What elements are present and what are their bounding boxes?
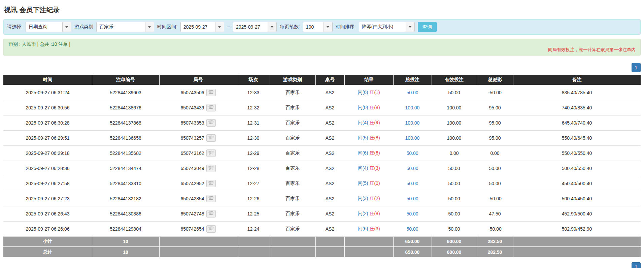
view-cards-button[interactable] <box>206 165 216 172</box>
search-button[interactable]: 查询 <box>418 22 437 32</box>
payout-cell: 50.00 <box>477 176 513 191</box>
page-1-button[interactable]: 1 <box>632 262 641 268</box>
page-size-label: 每页笔数: <box>280 24 300 30</box>
round-number: 650742854 <box>180 196 204 201</box>
column-header-session: 场次 <box>237 75 270 85</box>
payout-cell: -50.00 <box>477 85 513 100</box>
table-row: 2025-09-27 06:30:56522844138676650743439… <box>3 100 641 115</box>
session-cell: 12-29 <box>237 145 270 161</box>
remark-cell: 452.90/500.40 <box>513 206 641 221</box>
game-type-dropdown-button[interactable] <box>145 22 154 32</box>
total-bet-link[interactable]: 100.00 <box>405 135 420 141</box>
page-size-input[interactable] <box>303 22 324 32</box>
session-cell: 12-26 <box>237 191 270 206</box>
currency-total-text: 币别 : 人民币 | 总共 :10 注单 | <box>8 41 70 47</box>
subtotal-total-bet: 650.00 <box>393 236 432 247</box>
subtotal-empty-cell <box>270 236 315 247</box>
table-no-cell: AS2 <box>315 191 344 206</box>
grand-total-empty-cell <box>270 247 315 257</box>
remark-cell: 500.40/550.40 <box>513 161 641 176</box>
total-bet-link[interactable]: 50.00 <box>406 150 418 156</box>
grand-total-row: 总计 10 650.00 600.00 282.50 <box>3 247 641 257</box>
column-header-total-bet: 总投注 <box>393 75 432 85</box>
cards-icon <box>208 105 214 110</box>
result-cell: 闲(3) 庄(2) <box>344 191 393 206</box>
date-from-input[interactable] <box>181 22 215 32</box>
total-bet-link[interactable]: 50.00 <box>406 196 418 201</box>
table-row: 2025-09-27 06:26:06522844129804650742654… <box>3 221 641 236</box>
player-result: 闲(3) <box>358 196 368 201</box>
total-bet-link[interactable]: 50.00 <box>406 166 418 171</box>
banker-result: 庄(1) <box>369 90 380 95</box>
round-cell: 650742952 <box>159 176 237 191</box>
view-cards-button[interactable] <box>206 89 216 96</box>
date-to-input[interactable] <box>233 22 268 32</box>
select-type-dropdown-button[interactable] <box>62 22 71 32</box>
round-cell: 650742748 <box>159 206 237 221</box>
column-header-valid-bet: 有效投注 <box>432 75 477 85</box>
total-bet-cell: 50.00 <box>393 206 432 221</box>
view-cards-button[interactable] <box>206 180 216 187</box>
remark-cell: 500.40/450.40 <box>513 191 641 206</box>
view-cards-button[interactable] <box>206 210 216 217</box>
date-from-dropdown-button[interactable] <box>215 22 224 32</box>
grand-total-label: 总计 <box>3 247 92 257</box>
total-bet-cell: 100.00 <box>393 115 432 130</box>
view-cards-button[interactable] <box>206 195 216 202</box>
cards-icon <box>208 120 214 126</box>
cards-icon <box>208 196 214 201</box>
page-size-dropdown-button[interactable] <box>324 22 332 32</box>
game-type-cell: 百家乐 <box>270 145 315 161</box>
game-type-cell: 百家乐 <box>270 115 315 130</box>
valid-bet-notice: 同局有效投注，统一计算在该局第一张注单内 <box>548 47 636 53</box>
subtotal-empty-cell <box>315 236 344 247</box>
total-bet-link[interactable]: 100.00 <box>405 120 420 126</box>
view-cards-button[interactable] <box>206 104 216 111</box>
view-cards-button[interactable] <box>206 149 216 157</box>
time-cell: 2025-09-27 06:26:43 <box>3 206 92 221</box>
result-cell: 闲(6) 庄(1) <box>344 85 393 100</box>
player-result: 闲(4) <box>358 120 368 125</box>
view-cards-button[interactable] <box>206 225 216 233</box>
view-cards-button[interactable] <box>206 134 216 142</box>
bet-id-cell: 522844132182 <box>92 191 159 206</box>
total-bet-link[interactable]: 100.00 <box>405 105 420 110</box>
player-result: 闲(5) <box>358 135 368 140</box>
banker-result: 庄(3) <box>369 165 380 171</box>
table-row: 2025-09-27 06:30:28522844137868650743353… <box>3 115 641 130</box>
summary-bar: 币别 : 人民币 | 总共 :10 注单 | 同局有效投注，统一计算在该局第一张… <box>3 39 641 56</box>
select-type-input[interactable] <box>26 22 62 32</box>
total-bet-cell: 100.00 <box>393 100 432 115</box>
cards-icon <box>208 226 214 232</box>
time-sort-input[interactable] <box>359 22 406 32</box>
select-type-label: 请选择: <box>7 24 23 30</box>
cards-icon <box>208 211 214 216</box>
grand-total-empty-cell <box>159 247 237 257</box>
cards-icon <box>208 135 214 141</box>
page-1-button[interactable]: 1 <box>632 63 641 72</box>
column-header-table-no: 桌号 <box>315 75 344 85</box>
view-cards-button[interactable] <box>206 119 216 127</box>
result-cell: 闲(0) 庄(8) <box>344 100 393 115</box>
time-cell: 2025-09-27 06:28:36 <box>3 161 92 176</box>
total-bet-cell: 100.00 <box>393 130 432 145</box>
game-type-input[interactable] <box>97 22 145 32</box>
date-to-dropdown-button[interactable] <box>268 22 276 32</box>
subtotal-empty-cell <box>237 236 270 247</box>
result-cell: 闲(4) 庄(9) <box>344 115 393 130</box>
time-sort-dropdown-button[interactable] <box>406 22 414 32</box>
player-result: 闲(0) <box>358 105 368 110</box>
valid-bet-cell: 0.00 <box>432 145 477 161</box>
session-cell: 12-32 <box>237 100 270 115</box>
round-number: 650742654 <box>180 226 204 232</box>
select-type-combo <box>26 22 71 32</box>
payout-cell: 50.00 <box>477 161 513 176</box>
total-bet-link[interactable]: 50.00 <box>406 211 418 216</box>
player-result: 闲(2) <box>358 211 368 216</box>
total-bet-link[interactable]: 50.00 <box>406 226 418 232</box>
total-bet-link[interactable]: 50.00 <box>406 90 418 95</box>
valid-bet-cell: 50.00 <box>432 221 477 236</box>
player-result: 闲(4) <box>358 165 368 171</box>
column-header-bet-id: 注单编号 <box>92 75 159 85</box>
total-bet-link[interactable]: 50.00 <box>406 181 418 186</box>
